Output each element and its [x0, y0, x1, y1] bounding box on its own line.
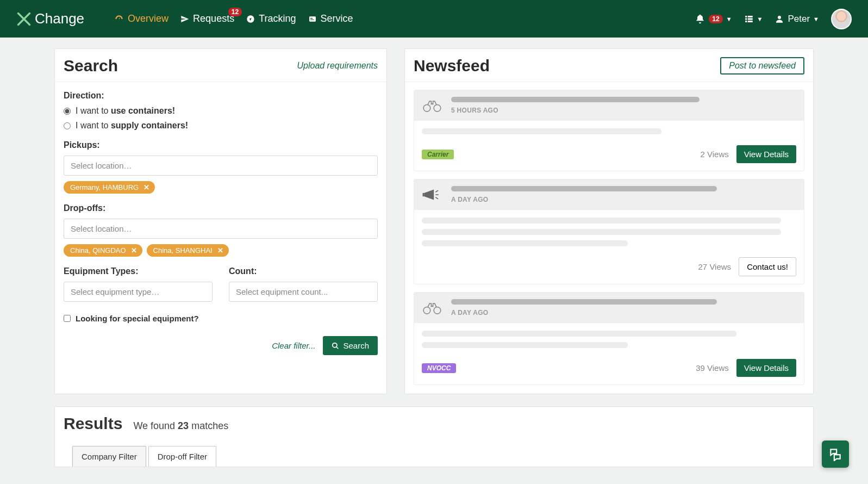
pickups-label: Pickups: [64, 140, 378, 150]
notifications-button[interactable]: 12 ▼ [695, 14, 732, 24]
feed-views: 27 Views [698, 262, 732, 271]
notification-count: 12 [709, 15, 722, 23]
direction-label: Direction: [64, 91, 378, 101]
tab-company-filter[interactable]: Company Filter [72, 446, 146, 467]
search-icon [332, 342, 339, 350]
feed-card: A DAY AGO 27 Views Contact us! [414, 179, 804, 284]
nav-right: 12 ▼ ▼ Peter ▼ [695, 9, 852, 29]
equipment-type-select[interactable]: Select equipment type… [64, 282, 213, 302]
svg-rect-1 [309, 16, 316, 21]
equipment-count-select[interactable]: Select equipment count... [229, 282, 378, 302]
carrier-badge: Carrier [422, 150, 454, 159]
dropoff-tag: China, SHANGHAI ✕ [147, 244, 229, 257]
nav-service[interactable]: Service [308, 13, 353, 24]
view-details-button[interactable]: View Details [736, 359, 796, 377]
pickup-location-select[interactable]: Select location… [64, 156, 378, 176]
results-title: Results [64, 414, 122, 433]
feed-time: 5 HOURS AGO [451, 107, 796, 114]
clear-filter-link[interactable]: Clear filter... [272, 341, 315, 350]
svg-rect-2 [310, 18, 313, 18]
chat-icon [828, 447, 842, 461]
svg-point-16 [423, 307, 430, 314]
navbar: Change Overview Requests 12 Tracking Ser… [0, 0, 868, 38]
user-menu-button[interactable]: Peter ▼ [775, 14, 819, 24]
svg-point-10 [778, 16, 781, 19]
feed-card: A DAY AGO NVOCC 39 Views View Details [414, 292, 804, 385]
binoculars-icon [422, 301, 442, 315]
remove-tag-icon[interactable]: ✕ [143, 183, 149, 191]
nav-requests-label: Requests [193, 13, 234, 24]
nav-requests[interactable]: Requests 12 [180, 13, 234, 24]
dropoff-location-select[interactable]: Select location… [64, 219, 378, 239]
nav-overview-label: Overview [128, 13, 168, 24]
nvocc-badge: NVOCC [422, 363, 456, 373]
feed-card: 5 HOURS AGO Carrier 2 Views View Details [414, 90, 804, 171]
special-equipment-checkbox[interactable]: Looking for special equipment? [64, 314, 378, 323]
post-newsfeed-button[interactable]: Post to newsfeed [720, 57, 804, 75]
brand-logo[interactable]: Change [16, 10, 84, 27]
special-equip-input[interactable] [64, 315, 71, 322]
pickup-tag: Germany, HAMBURG ✕ [64, 181, 155, 194]
user-name: Peter [788, 14, 810, 24]
nav-tracking-label: Tracking [259, 13, 296, 24]
nav-tracking[interactable]: Tracking [246, 13, 296, 24]
dropoff-tag-label: China, SHANGHAI [153, 246, 213, 255]
requests-count-badge: 12 [228, 8, 242, 16]
remove-tag-icon[interactable]: ✕ [131, 246, 137, 255]
chevron-down-icon: ▼ [726, 16, 732, 22]
feed-time: A DAY AGO [451, 196, 796, 203]
megaphone-icon [422, 188, 442, 202]
feed-views: 39 Views [696, 363, 729, 373]
list-icon [744, 14, 754, 24]
grid-menu-button[interactable]: ▼ [744, 14, 763, 24]
search-title: Search [64, 57, 118, 75]
results-panel: Results We found 23 matches Company Filt… [54, 406, 814, 467]
x-logo-icon [16, 11, 32, 27]
dashboard-icon [114, 14, 124, 24]
radio-supply-input[interactable] [64, 122, 71, 129]
nav-overview[interactable]: Overview [114, 13, 168, 24]
avatar[interactable] [831, 9, 852, 29]
user-icon [775, 14, 784, 24]
view-details-button[interactable]: View Details [736, 145, 796, 163]
radio-supply-containers[interactable]: I want to supply containers! [64, 121, 378, 131]
svg-rect-3 [310, 19, 314, 20]
svg-point-17 [434, 307, 441, 314]
nav-links: Overview Requests 12 Tracking Service [114, 13, 695, 24]
upload-requirements-link[interactable]: Upload requirements [297, 61, 378, 71]
search-button[interactable]: Search [323, 336, 378, 355]
contact-button[interactable]: Contact us! [739, 257, 796, 276]
feed-time: A DAY AGO [451, 309, 796, 317]
radio-use-containers[interactable]: I want to use containers! [64, 106, 378, 116]
compass-icon [246, 15, 255, 23]
svg-point-13 [423, 104, 430, 111]
dropoff-tag: China, QINGDAO ✕ [64, 244, 142, 257]
bell-icon [695, 14, 705, 24]
search-button-label: Search [343, 341, 369, 350]
chat-fab-button[interactable] [822, 440, 849, 468]
svg-point-11 [333, 343, 337, 347]
equipment-types-label: Equipment Types: [64, 266, 213, 276]
results-subtitle: We found 23 matches [133, 420, 228, 432]
newsfeed-title: Newsfeed [414, 57, 490, 75]
svg-rect-5 [747, 16, 752, 17]
plane-icon [180, 15, 189, 23]
dropoff-tag-label: China, QINGDAO [70, 246, 126, 255]
remove-tag-icon[interactable]: ✕ [217, 246, 223, 255]
svg-line-12 [336, 346, 339, 349]
count-label: Count: [229, 266, 378, 276]
newsfeed-panel: Newsfeed Post to newsfeed 5 HOURS AGO [404, 48, 814, 394]
svg-rect-8 [745, 21, 747, 22]
tab-dropoff-filter[interactable]: Drop-off Filter [148, 446, 216, 467]
radio-use-input[interactable] [64, 108, 71, 115]
feed-views: 2 Views [700, 150, 728, 159]
chevron-down-icon: ▼ [813, 16, 819, 22]
binoculars-icon [422, 98, 442, 113]
svg-rect-4 [745, 16, 747, 17]
nav-service-label: Service [321, 13, 353, 24]
svg-rect-9 [747, 21, 752, 22]
dropoffs-label: Drop-offs: [64, 203, 378, 213]
pickup-tag-label: Germany, HAMBURG [70, 183, 139, 191]
chevron-down-icon: ▼ [757, 16, 763, 22]
svg-rect-6 [745, 18, 747, 20]
